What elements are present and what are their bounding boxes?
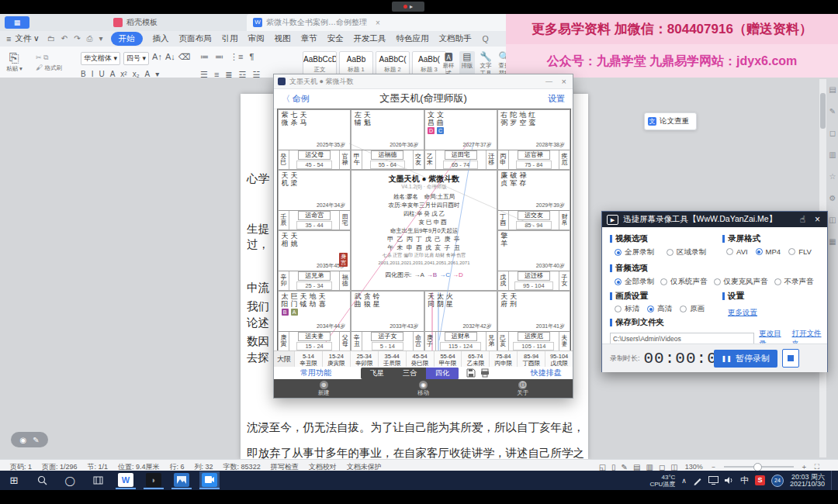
pen-icon[interactable] [693,476,702,485]
palace-父母[interactable]: 太阳B巨门A天钺地劫天喜2034年44岁庚寅运夫妻15 - 24父母 [278,291,351,351]
print-icon[interactable] [480,368,490,378]
radio-quality-标清[interactable]: 标清 [615,304,639,314]
search-button[interactable] [28,471,56,490]
zoom-level[interactable]: 130% [685,463,703,471]
nav-新建[interactable]: ⊕新建 [318,381,330,396]
cortana-button[interactable]: ◯ [56,471,84,490]
menu-审阅[interactable]: 审阅 [248,33,265,44]
display-icon[interactable] [708,476,719,485]
list-icon[interactable]: ≔ [200,52,209,62]
radio-quality-原画[interactable]: 原画 [680,304,705,314]
palace-官禄[interactable]: 紫微七杀天马2025年35岁癸巳运父母45 - 54官禄 [278,109,351,170]
chart-minimize-button[interactable]: — [545,78,552,85]
file-menu[interactable]: 文件 ∨ [15,33,40,44]
menu-文档助手[interactable]: 文档助手 [439,33,472,44]
quick-icon[interactable]: 🗀 [47,34,55,43]
palace-兄弟[interactable]: 天同太阴火星2032年42岁庚子运财帛115 - 124兄弟 [424,291,497,351]
recorder-close-button[interactable]: × [815,214,820,225]
fullscreen-icon[interactable]: ⛶ [815,463,819,471]
daxian-tab-95-104[interactable]: 95-104戊戌限 [545,351,573,368]
daxian-tab-45-54[interactable]: 45-54癸巳限 [406,351,434,368]
scrollbar-thumb[interactable] [820,93,826,129]
segment-四化[interactable]: 四化 [426,368,459,379]
font-size-select[interactable]: 四号 ▾ [123,52,149,65]
list-icons-row[interactable]: ≔≕⋮≡¶ [200,52,254,62]
list-icon[interactable]: ⋮≡ [230,52,243,62]
radio-quality-高清[interactable]: 高清 [647,304,672,314]
segment-三合[interactable]: 三合 [393,368,426,379]
view-icon[interactable]: ▤ [633,463,640,471]
radio-video-区域录制[interactable]: 区域录制 [667,247,706,257]
radio-video-全屏录制[interactable]: 全屏录制 [615,247,654,257]
palace-命宫[interactable]: 武曲贪狼铃星2033年43岁辛丑运子女5 - 14命宫 [351,291,424,351]
daxian-tab-35-44[interactable]: 35-44壬辰限 [378,351,406,368]
menu-引用[interactable]: 引用 [222,33,238,44]
find-icon[interactable]: Q [483,34,489,43]
radio-audio-全部录制[interactable]: 全部录制 [615,277,654,287]
right-sidebar-icons[interactable]: ▤✎◻▥☆⚙◫▦ [827,85,838,246]
font-family-select[interactable]: 华文楷体 ▾ [81,52,120,65]
pause-record-button[interactable]: ❚❚暂停录制 [714,350,777,368]
tab-template-store[interactable]: 稻壳模板 [107,14,164,31]
daxian-tab-15-24[interactable]: 15-24庚寅限 [322,351,350,368]
palace-子女[interactable]: 擎羊2030年40岁戊戌运迁移95 - 104子女 [497,230,570,291]
menu-页面布局[interactable]: 页面布局 [179,33,212,44]
menu-开发工具[interactable]: 开发工具 [354,33,386,44]
quick-icon[interactable]: ↶ [61,34,68,43]
volume-icon[interactable] [725,476,734,485]
radio-format-AVI[interactable]: AVI [726,247,748,256]
palace-夫妻[interactable]: 天府天刑2031年41岁己亥运疾厄105 - 114夫妻 [497,291,570,351]
hamburger-icon[interactable]: ≡ [6,34,11,43]
sidebar-icon[interactable]: ✎ [829,107,836,116]
zoom-slider[interactable] [724,466,794,468]
palace-福德[interactable]: 天相天姚2035年45岁辛卯运兄弟25 - 34福德身宫 [278,230,351,291]
menu-章节[interactable]: 章节 [301,33,317,44]
menu-特色应用[interactable]: 特色应用 [396,33,429,44]
view-mode-icons[interactable]: ◱▯✎▤▥◻◫ [599,463,678,471]
sidebar-icon[interactable]: ▥ [829,150,836,159]
view-icon[interactable]: ▥ [646,463,653,471]
sidebar-icon[interactable]: ◻ [829,129,836,137]
wps-home-button[interactable]: ▦ [5,16,29,29]
view-icon[interactable]: ◻ [659,463,665,471]
sidebar-icon[interactable]: ▦ [829,237,836,246]
daxian-tab-65-74[interactable]: 65-74乙未限 [461,351,489,368]
palace-财帛[interactable]: 廉贞破军禄存2029年39岁丁酉运交友85 - 94财帛 [497,170,570,230]
palace-迁移[interactable]: 文昌D文曲C2027年37岁乙未运田宅65 - 74迁移 [424,109,497,170]
sidebar-icon[interactable]: ☆ [829,172,836,181]
daxian-tab-85-94[interactable]: 85-94丁酉限 [517,351,545,368]
palace-田宅[interactable]: 天机天梁2024年34岁壬辰运命宫35 - 44田宅 [278,170,351,230]
menu-安全[interactable]: 安全 [327,33,344,44]
quick-chart-link[interactable]: 快捷排盘 [531,368,562,378]
list-icon[interactable]: ¶ [249,52,254,62]
taskbar-app-wps[interactable]: W [116,471,136,489]
palace-疾厄[interactable]: 右弼陀罗地空红鸾2028年38岁丙申运官禄75 - 84疾厄 [497,109,570,170]
paste-button[interactable]: ⎘ 粘贴 ▾ [6,51,23,73]
grow-font-icon[interactable]: A↑ [152,52,162,65]
tab-close-icon[interactable]: × [376,19,380,27]
clock[interactable]: 20:03 周六2021/10/30 [790,474,825,488]
radio-audio-仅麦克风声音[interactable]: 仅麦克风声音 [714,277,768,287]
clear-format-icon[interactable]: ⌫ [178,52,191,65]
settings-button[interactable]: 设置 [548,93,565,105]
shrink-font-icon[interactable]: A↓ [165,52,175,65]
view-icon[interactable]: ▯ [611,463,616,471]
clipboard-group[interactable]: ✂ ⧉🖌 格式刷 [36,53,62,73]
taskbar-app-image-viewer[interactable]: ◗ [144,471,164,489]
menu-视图[interactable]: 视图 [275,33,291,44]
task-view-button[interactable] [84,471,112,490]
radio-audio-仅系统声音[interactable]: 仅系统声音 [660,277,708,287]
chart-window-titlebar[interactable]: 文墨天机 ● 紫微斗数 — × [274,74,573,89]
show-desktop-button[interactable] [831,471,835,490]
taskbar-app-photos[interactable] [171,471,192,489]
quick-access-icons[interactable]: 🗀↶↷⎙▾ [47,34,103,43]
view-icon[interactable]: ✎ [622,463,628,471]
radio-format-FLV[interactable]: FLV [788,247,812,256]
nav-移动[interactable]: ◉移动 [417,381,429,396]
more-settings-link[interactable]: 更多设置 [728,308,757,316]
sidebar-icon[interactable]: ▤ [829,85,836,94]
segment-飞星[interactable]: 飞星 [361,368,393,379]
quick-icon[interactable]: ▾ [99,34,103,43]
save-icon[interactable] [466,368,476,378]
radio-format-MP4[interactable]: MP4 [756,247,781,256]
